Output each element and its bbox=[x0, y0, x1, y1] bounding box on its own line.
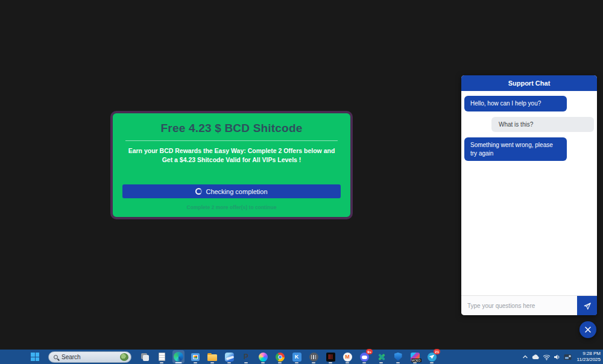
running-indicator bbox=[396, 362, 400, 363]
audio-id-app-icon bbox=[326, 353, 335, 362]
taskbar-app-monero[interactable]: M bbox=[341, 350, 353, 363]
green-x-app-icon bbox=[377, 353, 386, 362]
modded-app-label: MOED bbox=[411, 359, 421, 362]
taskbar-app-library[interactable] bbox=[308, 350, 320, 363]
library-app-icon bbox=[309, 353, 318, 362]
tray-chevron-up-icon[interactable] bbox=[522, 351, 528, 363]
checking-completion-label: Checking completion bbox=[206, 188, 267, 195]
chat-message-bot: Hello, how can I help you? bbox=[464, 96, 567, 111]
chrome-icon bbox=[276, 353, 285, 362]
running-indicator bbox=[244, 362, 248, 363]
system-tray: 9:28 PM 11/23/2025 bbox=[522, 350, 601, 364]
volume-icon[interactable] bbox=[554, 351, 561, 363]
defender-shield-icon bbox=[394, 353, 402, 361]
wifi-icon[interactable] bbox=[543, 351, 551, 363]
spinner-icon bbox=[195, 188, 202, 195]
search-icon bbox=[54, 355, 58, 359]
taskbar-app-edge[interactable] bbox=[172, 350, 185, 363]
taskbar-app-task-view[interactable] bbox=[139, 350, 151, 363]
taskbar-app-k[interactable]: K bbox=[291, 350, 303, 363]
running-indicator bbox=[227, 362, 231, 363]
taskbar-app-telegram[interactable]: 21 bbox=[426, 350, 438, 363]
taskbar-search[interactable]: Search bbox=[48, 351, 131, 363]
running-indicator bbox=[312, 362, 315, 363]
taskbar-app-defender[interactable] bbox=[392, 350, 404, 363]
clock-time: 9:28 PM bbox=[577, 351, 601, 357]
taskbar-app-file-explorer[interactable] bbox=[206, 350, 218, 363]
chat-message-user: What is this? bbox=[491, 117, 594, 133]
support-chat-title: Support Chat bbox=[508, 80, 551, 87]
support-chat-panel: Support Chat Hello, how can I help you? … bbox=[461, 75, 597, 315]
running-indicator bbox=[413, 362, 417, 363]
notepad-icon bbox=[159, 353, 165, 361]
search-label: Search bbox=[62, 354, 120, 360]
file-explorer-icon bbox=[207, 354, 217, 361]
clock-date: 11/23/2025 bbox=[577, 357, 601, 363]
taskbar-app-audio-id[interactable] bbox=[324, 350, 336, 363]
running-indicator bbox=[278, 362, 282, 363]
chat-message-list: Hello, how can I help you? What is this?… bbox=[461, 91, 597, 295]
taskbar-app-chrome[interactable] bbox=[274, 350, 286, 363]
onedrive-cloud-icon[interactable] bbox=[531, 351, 540, 363]
taskbar-app-microsoft-store[interactable] bbox=[189, 350, 201, 363]
taskbar-app-copilot[interactable] bbox=[257, 350, 269, 363]
running-indicator bbox=[346, 362, 349, 363]
plant-icon bbox=[120, 353, 128, 361]
taskbar-app-modded[interactable]: MOED bbox=[409, 350, 421, 363]
paper-plane-icon bbox=[582, 301, 592, 310]
chat-question-input[interactable] bbox=[461, 296, 577, 315]
running-indicator bbox=[194, 362, 197, 363]
close-icon bbox=[584, 326, 592, 333]
copilot-icon bbox=[259, 353, 268, 362]
taskbar-app-notepad[interactable] bbox=[156, 350, 168, 363]
offer-modal: Free 4.23 $ BCD Shitcode Earn your BCD R… bbox=[110, 111, 353, 219]
discord-badge: 9+ bbox=[366, 349, 373, 354]
taskbar-app-pc-manager[interactable] bbox=[223, 350, 235, 363]
windows-start-icon bbox=[31, 353, 39, 361]
running-indicator bbox=[362, 362, 366, 363]
task-view-icon bbox=[143, 355, 149, 361]
checking-completion-button[interactable]: Checking completion bbox=[122, 184, 341, 198]
running-indicator bbox=[160, 362, 163, 363]
modded-app-icon: MOED bbox=[411, 353, 420, 362]
support-chat-header: Support Chat bbox=[461, 75, 597, 91]
offer-title: Free 4.23 $ BCD Shitcode bbox=[113, 122, 350, 135]
taskbar-app-discord[interactable]: 9+ bbox=[358, 350, 370, 363]
taskbar-app-green-x[interactable] bbox=[375, 350, 387, 363]
p-app-icon: P bbox=[244, 353, 248, 361]
running-indicator bbox=[295, 362, 298, 363]
chat-message-bot: Something went wrong, please try again bbox=[464, 137, 567, 161]
taskbar: Search P K bbox=[0, 350, 603, 364]
running-indicator bbox=[210, 362, 214, 363]
taskbar-app-p[interactable]: P bbox=[240, 350, 252, 363]
pc-manager-icon bbox=[225, 353, 234, 362]
running-indicator bbox=[175, 362, 182, 363]
send-message-button[interactable] bbox=[577, 296, 597, 315]
chat-input-row bbox=[461, 295, 597, 315]
start-button[interactable] bbox=[29, 350, 41, 363]
microsoft-store-icon bbox=[191, 353, 200, 361]
chat-close-button[interactable] bbox=[579, 321, 596, 338]
k-app-icon: K bbox=[292, 353, 302, 362]
running-indicator bbox=[430, 362, 434, 363]
language-app-icon[interactable] bbox=[564, 351, 572, 363]
running-indicator bbox=[379, 362, 383, 363]
offer-subtitle: Earn your BCD Rewards the Easy Way: Comp… bbox=[124, 146, 339, 165]
running-indicator bbox=[261, 362, 265, 363]
divider bbox=[125, 140, 338, 141]
running-indicator bbox=[329, 362, 332, 363]
edge-icon bbox=[174, 352, 183, 362]
monero-icon: M bbox=[343, 353, 352, 362]
telegram-badge: 21 bbox=[434, 349, 440, 354]
offer-footer-note: Complete 2 more offer(s) to continue bbox=[113, 204, 350, 210]
taskbar-clock[interactable]: 9:28 PM 11/23/2025 bbox=[577, 351, 601, 363]
